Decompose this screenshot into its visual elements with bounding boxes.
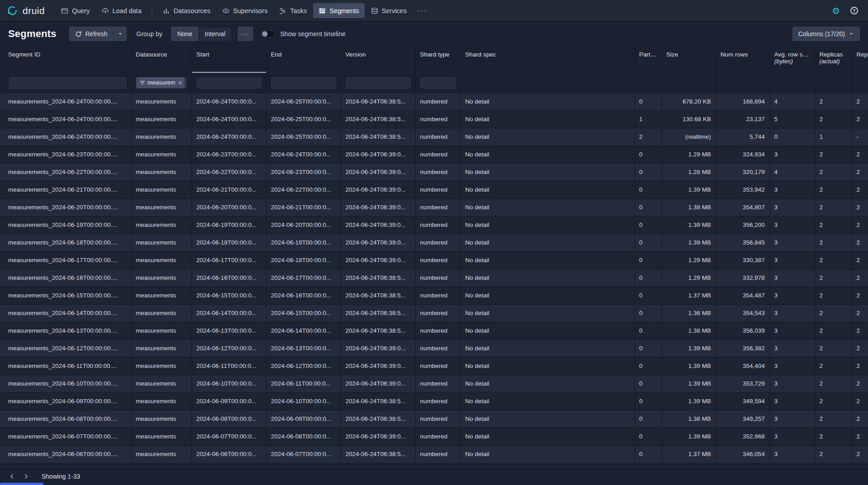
cell-partition: 0 (634, 339, 662, 357)
column-header-segment-id[interactable]: Segment ID (0, 47, 131, 73)
next-page-button[interactable] (20, 470, 33, 483)
cell-shard-spec: No detail (460, 304, 634, 322)
cell-start: 2024-06-16T00:00:0... (192, 269, 266, 287)
nav-item-label: Datasources (174, 7, 210, 14)
prev-page-button[interactable] (5, 470, 18, 483)
nav-item-services[interactable]: Services (366, 3, 413, 18)
end-filter-input[interactable] (270, 76, 337, 89)
cell-replication-factor: 2 (852, 375, 868, 392)
cell-shard-spec: No detail (460, 322, 634, 339)
cell-segment-id: measurements_2024-06-24T00:00:00.... (0, 93, 131, 110)
cell-end: 2024-06-23T00:00:0... (266, 163, 341, 181)
group-by-none-button[interactable]: None (171, 27, 198, 41)
column-header-end[interactable]: End (266, 47, 341, 73)
cell-size: 1.39 MB (662, 357, 716, 375)
cell-size: 1.38 MB (662, 198, 716, 216)
cell-version: 2024-06-24T06:38:5... (341, 410, 415, 428)
group-by-button-group: None Interval (171, 27, 231, 41)
column-header-shard-type[interactable]: Shard type (415, 47, 460, 73)
column-header-start[interactable]: Start (192, 47, 266, 73)
nav-more-button[interactable]: ··· (413, 3, 432, 18)
columns-button-label: Columns (17/20) (798, 30, 845, 38)
cell-avg-row-size: 3 (769, 269, 815, 287)
column-header-size[interactable]: Size (662, 47, 716, 73)
columns-button[interactable]: Columns (17/20) (793, 27, 860, 41)
datasource-filter-input[interactable]: measurem (135, 76, 188, 89)
cell-start: 2024-06-24T00:00:0... (192, 93, 266, 110)
cell-replication-factor: 2 (852, 216, 868, 234)
table-row: measurements_2024-06-20T00:00:00....meas… (0, 198, 868, 216)
cell-version: 2024-06-24T06:39:0... (341, 163, 415, 181)
column-header-replicas[interactable]: Replicas(actual) (815, 47, 852, 73)
cell-num-rows: 349,594 (716, 392, 769, 410)
nav-item-load-data[interactable]: Load data (96, 3, 147, 18)
cell-shard-type: numbered (415, 375, 460, 392)
cell-size: 1.39 MB (662, 216, 716, 234)
cell-version: 2024-06-24T06:38:5... (341, 392, 415, 410)
column-header-version[interactable]: Version (341, 47, 415, 73)
cell-replicas: 2 (815, 93, 852, 110)
refresh-button[interactable]: Refresh (69, 27, 113, 41)
column-header-partition[interactable]: Partition (634, 47, 662, 73)
cell-partition: 0 (634, 287, 662, 304)
cell-shard-spec: No detail (460, 216, 634, 234)
cell-segment-id: measurements_2024-06-12T00:00:00.... (0, 339, 131, 357)
table-row: measurements_2024-06-06T00:00:00....meas… (0, 445, 868, 463)
shard-type-filter-input[interactable] (419, 76, 457, 89)
group-by-interval-button[interactable]: Interval (199, 27, 231, 41)
cell-avg-row-size: 4 (769, 163, 815, 181)
horizontal-scrollbar-thumb[interactable] (0, 483, 43, 485)
cell-size: 1.29 MB (662, 146, 716, 163)
nav-item-tasks[interactable]: Tasks (274, 3, 312, 18)
nav-item-query[interactable]: Query (56, 3, 95, 18)
cell-datasource: measurements (131, 357, 192, 375)
column-header-shard-spec[interactable]: Shard spec (460, 47, 634, 73)
column-header-replication-factor[interactable]: Replication factor (852, 47, 868, 73)
cell-datasource: measurements (131, 251, 192, 269)
cell-num-rows: 354,487 (716, 287, 769, 304)
cell-end: 2024-06-25T00:00:0... (266, 93, 341, 110)
cell-end: 2024-06-20T00:00:0... (266, 216, 341, 234)
cell-num-rows: 352,968 (716, 428, 769, 445)
cell-partition: 0 (634, 251, 662, 269)
nav-item-datasources[interactable]: Datasources (157, 3, 216, 18)
cell-start: 2024-06-07T00:00:0... (192, 428, 266, 445)
cell-datasource: measurements (131, 445, 192, 463)
toggle-label: Show segment timeline (280, 30, 346, 38)
druid-logo[interactable]: druid (6, 5, 45, 17)
cell-replicas: 2 (815, 234, 852, 251)
cell-shard-spec: No detail (460, 110, 634, 128)
cell-replicas: 2 (815, 428, 852, 445)
column-header-num-rows[interactable]: Num rows (716, 47, 769, 73)
start-filter-input[interactable] (196, 76, 263, 89)
settings-button[interactable]: ⚙ (829, 4, 843, 18)
cell-segment-id: measurements_2024-06-16T00:00:00.... (0, 269, 131, 287)
cell-size: 1.39 MB (662, 339, 716, 357)
refresh-interval-dropdown[interactable] (114, 27, 127, 41)
cell-shard-type: numbered (415, 392, 460, 410)
cell-segment-id: measurements_2024-06-14T00:00:00.... (0, 304, 131, 322)
nav-item-segments[interactable]: Segments (313, 3, 364, 18)
nav-item-supervisors[interactable]: Supervisors (217, 3, 273, 18)
remove-tag-icon[interactable] (178, 80, 183, 85)
cell-num-rows: 330,387 (716, 251, 769, 269)
cell-partition: 2 (634, 128, 662, 146)
page-title: Segments (8, 28, 56, 40)
column-header-avg-row-size[interactable]: Avg. row size(bytes) (769, 47, 815, 73)
help-button[interactable]: ? (847, 4, 861, 18)
chevron-down-icon (117, 31, 123, 37)
cell-partition: 0 (634, 357, 662, 375)
cell-replication-factor: 2 (852, 392, 868, 410)
cell-shard-spec: No detail (460, 93, 634, 110)
cell-start: 2024-06-20T00:00:0... (192, 198, 266, 216)
tag-label: measurem (148, 79, 175, 86)
segment-id-filter-input[interactable] (8, 76, 127, 89)
column-header-datasource[interactable]: Datasource (131, 47, 192, 73)
segment-timeline-toggle[interactable]: Show segment timeline (261, 30, 346, 38)
cell-start: 2024-06-09T00:00:0... (192, 392, 266, 410)
version-filter-input[interactable] (345, 76, 412, 89)
more-actions-button[interactable]: ··· (238, 27, 253, 41)
cell-replicas: 2 (815, 251, 852, 269)
cell-segment-id: measurements_2024-06-13T00:00:00.... (0, 322, 131, 339)
cell-replicas: 2 (815, 322, 852, 339)
